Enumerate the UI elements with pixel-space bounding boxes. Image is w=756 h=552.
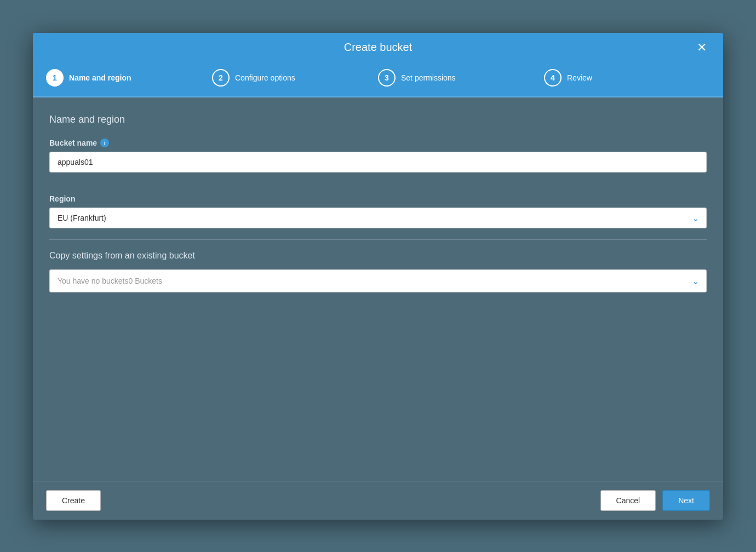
create-bucket-modal: Create bucket ✕ 1 Name and region 2 Conf… <box>33 33 723 520</box>
modal-footer: Create Cancel Next <box>33 481 723 520</box>
copy-settings-group: Copy settings from an existing bucket Yo… <box>49 251 707 292</box>
next-button[interactable]: Next <box>662 490 710 511</box>
modal-body: Name and region Bucket name i Region EU … <box>33 97 723 481</box>
step-1[interactable]: 1 Name and region <box>46 69 212 87</box>
step-2-label: Configure options <box>235 73 295 82</box>
cancel-button[interactable]: Cancel <box>600 490 656 511</box>
copy-bucket-select[interactable]: You have no buckets0 Buckets <box>49 269 707 292</box>
step-4-circle: 4 <box>544 69 562 87</box>
step-3-label: Set permissions <box>401 73 456 82</box>
bucket-name-input[interactable] <box>49 152 707 173</box>
modal-title: Create bucket <box>344 41 413 54</box>
close-button[interactable]: ✕ <box>694 41 710 55</box>
step-1-label: Name and region <box>69 73 131 82</box>
modal-header: Create bucket ✕ <box>33 33 723 62</box>
step-4[interactable]: 4 Review <box>544 69 710 87</box>
region-label: Region <box>49 194 707 203</box>
region-select-wrapper: EU (Frankfurt) US East (N. Virginia) US … <box>49 208 707 228</box>
section-title: Name and region <box>49 114 707 125</box>
copy-select-wrapper: You have no buckets0 Buckets ⌄ <box>49 269 707 292</box>
step-3[interactable]: 3 Set permissions <box>378 69 544 87</box>
divider <box>49 239 707 240</box>
footer-right-buttons: Cancel Next <box>600 490 710 511</box>
copy-settings-title: Copy settings from an existing bucket <box>49 251 707 261</box>
step-4-label: Review <box>567 73 592 82</box>
step-1-circle: 1 <box>46 69 64 87</box>
create-button[interactable]: Create <box>46 490 101 511</box>
bucket-name-group: Bucket name i <box>49 139 707 183</box>
step-2[interactable]: 2 Configure options <box>212 69 378 87</box>
bucket-name-label: Bucket name i <box>49 139 707 147</box>
bucket-name-info-icon[interactable]: i <box>100 139 109 147</box>
step-2-circle: 2 <box>212 69 230 87</box>
region-select[interactable]: EU (Frankfurt) US East (N. Virginia) US … <box>49 208 707 228</box>
step-3-circle: 3 <box>378 69 396 87</box>
steps-bar: 1 Name and region 2 Configure options 3 … <box>33 62 723 97</box>
region-group: Region EU (Frankfurt) US East (N. Virgin… <box>49 194 707 228</box>
